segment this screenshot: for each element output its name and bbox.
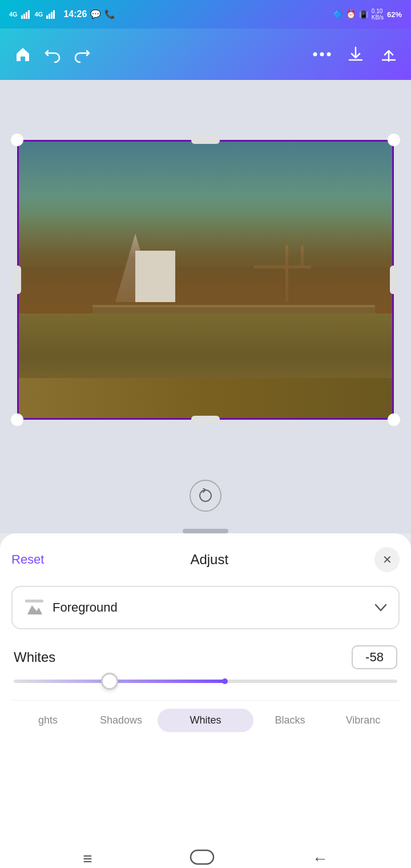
svg-rect-3 [28, 10, 30, 19]
share-button[interactable] [380, 45, 397, 63]
toolbar [0, 29, 411, 80]
vibrate-icon: 📳 [359, 10, 368, 19]
slider-thumb[interactable] [101, 673, 118, 690]
back-nav-button[interactable]: ← [312, 850, 328, 868]
tab-shadows[interactable]: Shadows [84, 709, 158, 732]
svg-point-8 [313, 53, 317, 57]
svg-rect-1 [23, 14, 25, 19]
close-button[interactable]: ✕ [374, 547, 400, 572]
slider-track[interactable] [14, 680, 397, 683]
adjust-title: Adjust [190, 552, 228, 568]
slider-section: Whites -58 [11, 645, 400, 683]
tab-whites[interactable]: Whites [158, 709, 253, 732]
system-nav: ≡ ← [0, 836, 411, 868]
crop-handle-left[interactable] [13, 266, 21, 294]
redo-button[interactable] [73, 45, 91, 63]
home-nav-button[interactable] [190, 849, 215, 869]
photo [17, 140, 394, 420]
home-button[interactable] [14, 45, 32, 63]
time-display: 14:26 [63, 9, 87, 19]
bluetooth-icon: 🔷 [333, 10, 342, 19]
foreground-dropdown[interactable]: Foreground [11, 586, 400, 629]
svg-rect-7 [53, 10, 55, 19]
svg-rect-4 [46, 15, 48, 19]
drag-indicator [0, 523, 411, 533]
svg-rect-5 [49, 14, 50, 19]
status-left: 4G 4G 14:26 💬 📞 [9, 9, 115, 19]
crop-handle-bottom-left[interactable] [11, 413, 23, 426]
tab-bar: ghts Shadows Whites Blacks Vibranc [11, 700, 400, 740]
svg-point-9 [320, 53, 324, 57]
status-bar: 4G 4G 14:26 💬 📞 🔷 ⏰ 📳 0.10KB/s 62% [0, 0, 411, 29]
rotate-area [0, 468, 411, 523]
crop-handle-top-right[interactable] [388, 134, 400, 146]
svg-rect-6 [51, 12, 53, 19]
crop-handle-bottom-right[interactable] [388, 413, 400, 426]
svg-point-10 [327, 53, 331, 57]
image-container[interactable] [17, 140, 394, 420]
signal-icon-1 [21, 10, 31, 19]
call-icon: 📞 [104, 9, 115, 19]
tab-vibrance[interactable]: Vibranc [327, 709, 400, 732]
crop-handle-right[interactable] [390, 266, 398, 294]
drag-pill [183, 529, 228, 533]
chevron-down-icon [374, 600, 387, 615]
alarm-icon: ⏰ [346, 10, 356, 19]
svg-rect-11 [25, 600, 43, 602]
canvas-area [0, 80, 411, 468]
slider-header: Whites -58 [14, 645, 397, 669]
tab-highlights[interactable]: ghts [11, 709, 84, 732]
panel-header: Reset Adjust ✕ [11, 547, 400, 572]
crop-handle-bottom[interactable] [191, 416, 220, 424]
svg-rect-0 [21, 15, 23, 19]
whatsapp-icon: 💬 [90, 9, 101, 19]
status-right: 🔷 ⏰ 📳 0.10KB/s 62% [333, 8, 402, 21]
city-layer [17, 196, 394, 322]
slider-value: -58 [352, 645, 397, 669]
mountain-icon [24, 597, 45, 618]
slider-mark [222, 678, 228, 684]
svg-rect-2 [26, 12, 27, 19]
building-body [135, 251, 175, 302]
signal-4g-1: 4G [9, 11, 18, 18]
hamburger-menu-button[interactable]: ≡ [83, 850, 92, 868]
tab-blacks[interactable]: Blacks [253, 709, 327, 732]
bottom-panel: Reset Adjust ✕ Foreground Whites -58 [0, 533, 411, 836]
toolbar-left [14, 45, 91, 63]
crop-handle-top[interactable] [191, 136, 220, 144]
crop-handle-top-left[interactable] [11, 134, 23, 146]
more-options-button[interactable] [313, 51, 331, 57]
svg-rect-12 [191, 850, 213, 864]
signal-4g-2: 4G [35, 11, 43, 18]
signal-icon-2 [46, 10, 57, 19]
close-icon: ✕ [382, 553, 392, 566]
battery-indicator: 62% [387, 10, 402, 19]
slider-name: Whites [14, 649, 55, 665]
toolbar-right [313, 45, 397, 63]
undo-button[interactable] [43, 45, 62, 63]
reset-button[interactable]: Reset [11, 552, 44, 567]
data-speed: 0.10KB/s [372, 8, 384, 21]
dropdown-label: Foreground [53, 600, 366, 615]
rotate-button[interactable] [190, 480, 221, 512]
download-button[interactable] [347, 45, 364, 63]
shore [17, 378, 394, 420]
